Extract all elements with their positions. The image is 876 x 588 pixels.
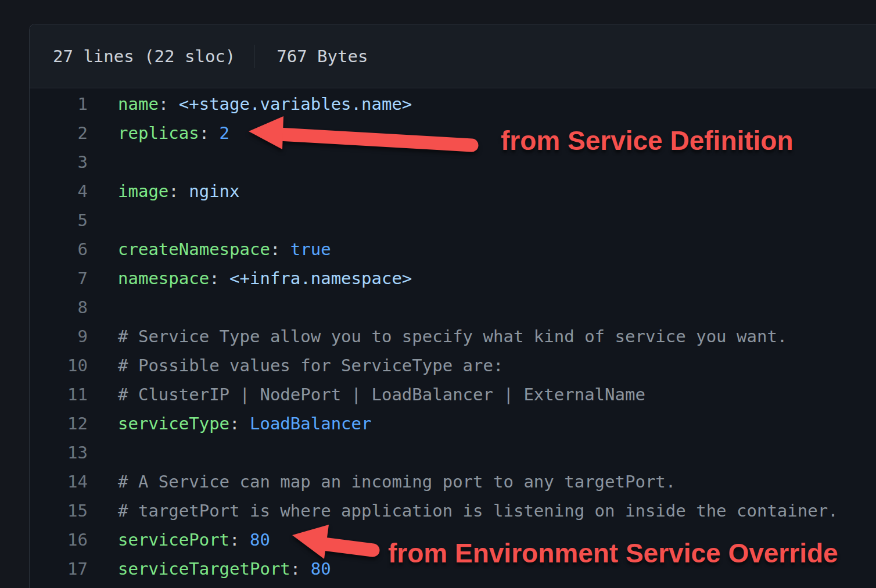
code-token-string: <+stage.variables.name>: [179, 94, 412, 114]
line-number[interactable]: 1: [30, 89, 88, 119]
line-number[interactable]: 6: [30, 235, 88, 264]
code-line-text: # targetPort is where application is lis…: [88, 496, 838, 525]
code-line-text: # Service Type allow you to specify what…: [88, 322, 787, 351]
code-line: 1name: <+stage.variables.name>: [30, 89, 876, 119]
code-line-text: # Possible values for ServiceType are:: [88, 351, 503, 380]
code-token-punct: :: [229, 414, 250, 433]
code-token-comment: # Service Type allow you to specify what…: [118, 327, 787, 346]
code-line-text: servicePort: 80: [88, 525, 270, 554]
code-line: 16servicePort: 80: [30, 525, 876, 554]
file-size: 767 Bytes: [277, 46, 368, 66]
file-header-bar: 27 lines (22 sloc) 767 Bytes: [30, 24, 876, 88]
line-number[interactable]: 17: [30, 554, 88, 583]
code-token-const: 2: [220, 123, 229, 143]
code-line-text: # A Service can map an incoming port to …: [88, 467, 676, 496]
file-viewer-panel: 27 lines (22 sloc) 767 Bytes 1name: <+st…: [29, 24, 876, 588]
code-line: 3: [30, 148, 876, 177]
line-number[interactable]: 12: [30, 409, 88, 438]
header-divider: [254, 45, 254, 68]
code-token-key: servicePort: [118, 530, 229, 550]
code-token-punct: :: [290, 559, 311, 579]
code-line: 7namespace: <+infra.namespace>: [30, 264, 876, 293]
code-line: 4image: nginx: [30, 177, 876, 206]
line-number[interactable]: 5: [30, 206, 88, 235]
code-token-string: <+infra.namespace>: [229, 268, 412, 288]
code-line: 6createNamespace: true: [30, 235, 876, 264]
code-token-punct: :: [229, 530, 250, 550]
line-number[interactable]: 16: [30, 525, 88, 554]
code-line-text: serviceType: LoadBalancer: [88, 409, 372, 438]
line-number[interactable]: 15: [30, 496, 88, 525]
code-token-key: createNamespace: [118, 239, 270, 259]
line-number[interactable]: 14: [30, 467, 88, 496]
code-line-text: # ClusterIP | NodePort | LoadBalancer | …: [88, 380, 645, 409]
code-token-punct: :: [270, 239, 290, 259]
code-line: 9# Service Type allow you to specify wha…: [30, 322, 876, 351]
code-line: 8: [30, 293, 876, 322]
line-number[interactable]: 7: [30, 264, 88, 293]
code-token-key: name: [118, 94, 159, 114]
code-line: 11# ClusterIP | NodePort | LoadBalancer …: [30, 380, 876, 409]
code-token-key: serviceTargetPort: [118, 559, 290, 579]
code-token-const: 80: [250, 530, 270, 550]
code-token-comment: # Possible values for ServiceType are:: [118, 356, 503, 375]
file-lines-count: 27 lines (22 sloc): [53, 46, 235, 66]
code-token-key: replicas: [118, 123, 199, 143]
code-line-text: name: <+stage.variables.name>: [88, 89, 412, 119]
code-line-text: [88, 206, 118, 235]
code-line: 15# targetPort is where application is l…: [30, 496, 876, 525]
line-number[interactable]: 10: [30, 351, 88, 380]
code-line-text: [88, 438, 118, 467]
code-line-text: [88, 148, 118, 177]
line-number[interactable]: 3: [30, 148, 88, 177]
code-line: 2replicas: 2: [30, 119, 876, 148]
code-token-key: namespace: [118, 268, 209, 288]
line-number[interactable]: 9: [30, 322, 88, 351]
code-token-punct: :: [159, 94, 179, 114]
code-line-text: serviceTargetPort: 80: [88, 554, 331, 583]
code-token-key: serviceType: [118, 414, 229, 433]
code-line: 12serviceType: LoadBalancer: [30, 409, 876, 438]
code-token-punct: :: [168, 181, 189, 201]
code-token-comment: # targetPort is where application is lis…: [118, 501, 838, 521]
line-number[interactable]: 2: [30, 119, 88, 148]
code-line: 14# A Service can map an incoming port t…: [30, 467, 876, 496]
code-token-const: true: [290, 239, 331, 259]
code-line-text: replicas: 2: [88, 119, 229, 148]
code-token-punct: :: [209, 268, 229, 288]
code-line: 13: [30, 438, 876, 467]
code-line-text: createNamespace: true: [88, 235, 331, 264]
code-line: 5: [30, 206, 876, 235]
code-token-key: image: [118, 181, 168, 201]
code-line-text: [88, 293, 118, 322]
code-line: 10# Possible values for ServiceType are:: [30, 351, 876, 380]
code-token-const: 80: [311, 559, 331, 579]
code-line-text: namespace: <+infra.namespace>: [88, 264, 412, 293]
code-area: 1name: <+stage.variables.name>2replicas:…: [30, 88, 876, 583]
code-token-const: LoadBalancer: [250, 414, 372, 433]
line-number[interactable]: 13: [30, 438, 88, 467]
line-number[interactable]: 11: [30, 380, 88, 409]
code-line: 17serviceTargetPort: 80: [30, 554, 876, 583]
code-token-punct: :: [199, 123, 220, 143]
code-token-string: nginx: [189, 181, 239, 201]
line-number[interactable]: 4: [30, 177, 88, 206]
code-line-text: image: nginx: [88, 177, 240, 206]
code-token-comment: # ClusterIP | NodePort | LoadBalancer | …: [118, 385, 645, 404]
code-token-comment: # A Service can map an incoming port to …: [118, 472, 676, 492]
line-number[interactable]: 8: [30, 293, 88, 322]
